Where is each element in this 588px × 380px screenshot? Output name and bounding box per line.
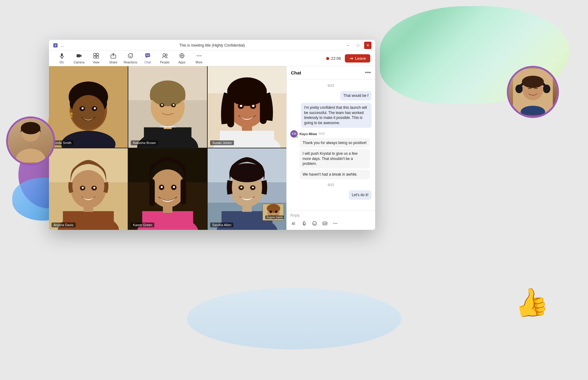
svg-point-121 bbox=[315, 223, 316, 223]
svg-rect-94 bbox=[149, 179, 155, 206]
title-bar-more[interactable]: ... bbox=[61, 43, 64, 48]
kayo-bubble-2: I will push Krystal to give us a few mor… bbox=[300, 149, 370, 169]
title-bar: T ... This is meeting title (Highly Conf… bbox=[49, 40, 375, 51]
more-label: More bbox=[196, 61, 203, 64]
maximize-button[interactable]: □ bbox=[354, 42, 362, 49]
gif-button[interactable]: GIF bbox=[321, 219, 329, 227]
chat-msg-kayo: KM Kayo Miwa 9/22 Thank you for always b… bbox=[290, 130, 371, 179]
chat-panel: Chat ••• 9/22 That would be f I'm pretty… bbox=[286, 66, 375, 230]
minimize-button[interactable]: ─ bbox=[345, 42, 352, 49]
toolbar-mic[interactable]: Mic bbox=[54, 52, 70, 65]
bg-blob-bottom-center bbox=[187, 288, 401, 349]
video-cell-susan: Susan Jones bbox=[208, 66, 286, 148]
video-cell-angela: Angela Davis bbox=[49, 148, 128, 230]
svg-point-30 bbox=[149, 55, 149, 55]
kayo-timestamp: 9/22 bbox=[319, 132, 325, 135]
kayo-bubble-3: We haven't had a break in awhile. bbox=[300, 170, 370, 179]
svg-rect-73 bbox=[260, 87, 267, 124]
svg-text:GIF: GIF bbox=[323, 222, 327, 225]
toolbar-reactions[interactable]: Reactions bbox=[123, 52, 138, 65]
svg-point-9 bbox=[535, 91, 540, 94]
chat-footer: Reply A bbox=[287, 211, 375, 230]
leave-button[interactable]: Leave bbox=[345, 54, 370, 63]
format-button[interactable]: A bbox=[290, 219, 298, 227]
angela-label: Angela Davis bbox=[51, 222, 76, 227]
svg-point-77 bbox=[252, 105, 254, 107]
toolbar-people[interactable]: People bbox=[157, 52, 173, 65]
people-icon bbox=[162, 53, 168, 60]
share-icon bbox=[111, 53, 116, 60]
video-cell-natasha: Natasha Brown bbox=[128, 66, 207, 148]
svg-marker-17 bbox=[80, 55, 81, 57]
svg-point-4 bbox=[515, 85, 523, 93]
toolbar-share[interactable]: Share bbox=[105, 52, 121, 65]
svg-point-120 bbox=[314, 223, 314, 223]
attach-button[interactable] bbox=[300, 219, 308, 227]
svg-point-83 bbox=[71, 170, 106, 208]
chat-more-tools[interactable] bbox=[331, 219, 339, 227]
svg-point-98 bbox=[161, 186, 163, 188]
svg-point-45 bbox=[72, 95, 104, 129]
toolbar-view[interactable]: View bbox=[88, 52, 104, 65]
thumbs-up-emoji: 👍 bbox=[511, 284, 551, 321]
emoji-button[interactable] bbox=[311, 219, 318, 227]
video-cell-karen: Karen Green bbox=[128, 148, 207, 230]
close-button[interactable]: ✕ bbox=[364, 42, 371, 49]
susan-label: Susan Jones bbox=[210, 140, 234, 145]
svg-point-48 bbox=[81, 107, 84, 109]
svg-point-125 bbox=[335, 223, 336, 224]
video-grid: Linda Smith bbox=[49, 66, 286, 230]
svg-point-86 bbox=[82, 187, 84, 189]
svg-point-28 bbox=[147, 55, 148, 55]
pip-label: Angela Davis bbox=[265, 215, 284, 219]
video-cell-sandra: Sandra Allen Angela Davis bbox=[208, 148, 286, 230]
toolbar-more[interactable]: More bbox=[191, 52, 207, 65]
svg-point-1 bbox=[16, 149, 45, 162]
toolbar-apps[interactable]: Apps bbox=[174, 52, 190, 65]
svg-rect-18 bbox=[94, 53, 96, 55]
chat-title: Chat bbox=[291, 70, 301, 75]
chat-messages[interactable]: 9/22 That would be f I'm pretty confiden… bbox=[287, 79, 375, 211]
chat-icon bbox=[145, 53, 150, 60]
svg-point-31 bbox=[163, 54, 165, 56]
natasha-label: Natasha Brown bbox=[131, 140, 158, 145]
toolbar-right: 22:06 Leave bbox=[326, 54, 370, 63]
reactions-label: Reactions bbox=[124, 61, 137, 64]
svg-rect-19 bbox=[96, 53, 99, 55]
svg-point-61 bbox=[161, 104, 163, 106]
reactions-icon bbox=[128, 53, 133, 60]
kayo-name: Kayo Miwa bbox=[300, 132, 317, 136]
video-cell-linda: Linda Smith bbox=[49, 66, 128, 148]
svg-point-126 bbox=[337, 223, 337, 224]
chat-header: Chat ••• bbox=[287, 66, 375, 79]
reply-label: Reply bbox=[290, 213, 372, 218]
angela-video bbox=[49, 148, 128, 230]
natasha-video bbox=[128, 66, 207, 148]
chat-msg-2: I'm pretty confident that this launch wi… bbox=[290, 103, 371, 128]
svg-point-111 bbox=[252, 187, 254, 188]
chat-label: Chat bbox=[144, 61, 151, 64]
kayo-avatar: KM bbox=[290, 130, 298, 138]
svg-point-110 bbox=[240, 187, 243, 188]
svg-point-119 bbox=[313, 222, 317, 226]
teams-logo: T bbox=[53, 42, 58, 48]
linda-video bbox=[49, 66, 128, 148]
more-icon bbox=[196, 53, 202, 60]
svg-point-38 bbox=[201, 55, 202, 56]
leave-icon bbox=[349, 56, 353, 61]
svg-point-26 bbox=[131, 55, 132, 55]
svg-point-116 bbox=[275, 211, 277, 213]
chat-msg-1: That would be f bbox=[290, 91, 371, 101]
chat-msg-4: Let's do it! bbox=[290, 190, 371, 200]
svg-point-32 bbox=[165, 54, 167, 56]
kayo-online-dot bbox=[296, 136, 298, 138]
svg-point-76 bbox=[240, 105, 242, 107]
timer-value: 22:06 bbox=[331, 56, 341, 61]
chat-date-1: 9/22 bbox=[290, 84, 371, 87]
toolbar-camera[interactable]: Camera bbox=[71, 52, 87, 65]
toolbar-chat[interactable]: Chat bbox=[140, 52, 156, 65]
mic-icon bbox=[59, 53, 65, 60]
camera-icon bbox=[76, 53, 82, 60]
kayo-bubble-1: Thank you for always being so positive! bbox=[300, 138, 370, 148]
chat-more-button[interactable]: ••• bbox=[365, 70, 371, 75]
